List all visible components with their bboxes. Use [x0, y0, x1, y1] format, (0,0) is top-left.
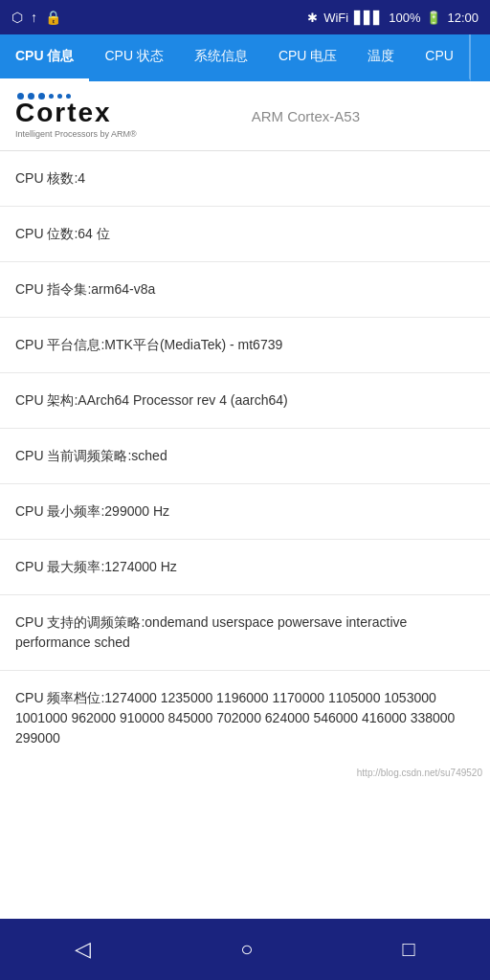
logo-header: Cortex Intelligent Processors by ARM® AR…: [0, 81, 490, 151]
status-bar: ⬡ ↑ 🔒 ✱ WiFi ▋▋▋ 100% 🔋 12:00: [0, 0, 490, 34]
tab-cpu-more[interactable]: CPU: [410, 34, 471, 81]
recents-button[interactable]: □: [380, 929, 438, 969]
content-area: Cortex Intelligent Processors by ARM® AR…: [0, 81, 490, 919]
info-rows-container: CPU 核数:4 CPU 位数:64 位 CPU 指令集:arm64-v8a C…: [0, 151, 490, 766]
info-row-bits: CPU 位数:64 位: [0, 207, 490, 262]
tab-cpu-status[interactable]: CPU 状态: [89, 34, 178, 81]
info-row-governor: CPU 当前调频策略:sched: [0, 429, 490, 484]
tab-system-info[interactable]: 系统信息: [179, 34, 263, 81]
arm-subtitle: Intelligent Processors by ARM®: [15, 129, 137, 139]
home-button[interactable]: ○: [217, 929, 276, 969]
watermark: http://blog.csdn.net/su749520: [0, 766, 490, 780]
status-bar-right: ✱ WiFi ▋▋▋ 100% 🔋 12:00: [307, 11, 479, 25]
bottom-nav: ◁ ○ □: [0, 919, 490, 980]
notification-icon-2: ↑: [31, 10, 37, 25]
info-row-min-freq: CPU 最小频率:299000 Hz: [0, 484, 490, 540]
info-row-isa: CPU 指令集:arm64-v8a: [0, 262, 490, 318]
back-button[interactable]: ◁: [52, 929, 114, 969]
tab-cpu-voltage[interactable]: CPU 电压: [263, 34, 352, 81]
notification-icon-1: ⬡: [11, 10, 23, 25]
info-row-freq-steps: CPU 频率档位:1274000 1235000 1196000 1170000…: [0, 671, 490, 766]
signal-icon: ▋▋▋: [354, 11, 383, 25]
tab-temp[interactable]: 温度: [352, 34, 410, 81]
info-row-arch: CPU 架构:AArch64 Processor rev 4 (aarch64): [0, 373, 490, 429]
info-row-available-governors: CPU 支持的调频策略:ondemand userspace powersave…: [0, 595, 490, 671]
tab-cpu-info[interactable]: CPU 信息: [0, 34, 89, 81]
clock: 12:00: [447, 11, 479, 25]
battery-percent: 100%: [389, 11, 420, 25]
info-row-cores: CPU 核数:4: [0, 151, 490, 207]
bluetooth-icon: ✱: [307, 11, 318, 25]
cortex-logo: Cortex Intelligent Processors by ARM®: [15, 93, 137, 139]
cpu-model-text: ARM Cortex-A53: [137, 108, 475, 124]
wifi-icon: WiFi: [323, 11, 348, 25]
info-row-max-freq: CPU 最大频率:1274000 Hz: [0, 540, 490, 595]
cortex-wordmark: Cortex: [15, 100, 112, 126]
tab-bar: CPU 信息 CPU 状态 系统信息 CPU 电压 温度 CPU: [0, 34, 490, 81]
info-row-platform: CPU 平台信息:MTK平台(MediaTek) - mt6739: [0, 318, 490, 373]
notification-icon-3: 🔒: [45, 10, 61, 25]
status-bar-left: ⬡ ↑ 🔒: [11, 10, 61, 25]
battery-icon: 🔋: [426, 11, 441, 25]
